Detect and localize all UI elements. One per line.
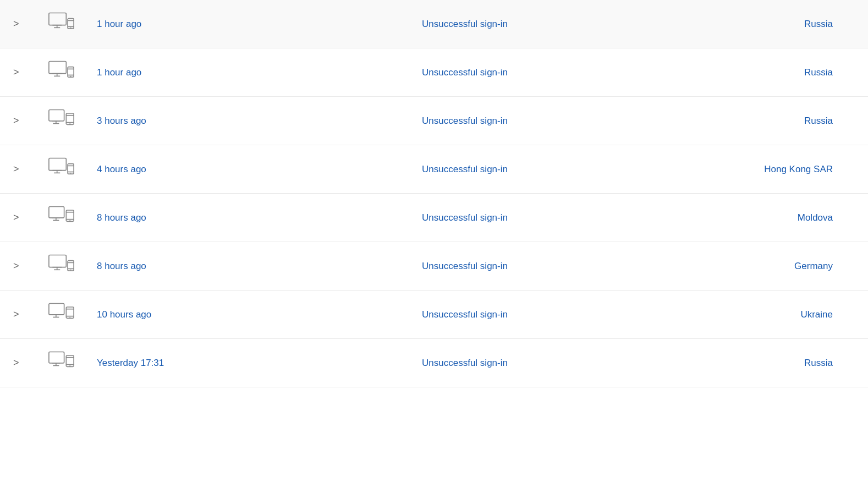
svg-point-23 (69, 123, 70, 124)
table-row[interactable]: > 1 hour ago Unsuccessful sign-in Russia (0, 0, 868, 48)
svg-rect-8 (49, 61, 66, 73)
device-icon-col (40, 206, 84, 230)
svg-rect-48 (49, 303, 64, 314)
event-cell: Unsuccessful sign-in (342, 67, 587, 78)
table-row[interactable]: > 1 hour ago Unsuccessful sign-in Russia (0, 48, 868, 97)
svg-rect-4 (68, 18, 74, 28)
time-cell: Yesterday 17:31 (84, 358, 342, 369)
location-cell: Russia (587, 116, 855, 127)
chevron-right-icon: > (13, 18, 19, 30)
svg-rect-16 (49, 109, 64, 121)
device-icon-col (40, 303, 84, 327)
device-icon (48, 61, 75, 85)
expand-chevron[interactable]: > (13, 309, 40, 320)
activity-list: > 1 hour ago Unsuccessful sign-in Russia (0, 0, 868, 387)
table-row[interactable]: > 10 hours ago Unsuccessful sign-in Ukra… (0, 291, 868, 339)
device-icon-col (40, 61, 84, 85)
device-icon-col (40, 109, 84, 133)
device-icon (48, 206, 75, 230)
svg-rect-12 (68, 67, 74, 76)
time-cell: 1 hour ago (84, 19, 342, 30)
expand-chevron[interactable]: > (13, 163, 40, 175)
device-icon-col (40, 157, 84, 182)
table-row[interactable]: > Yesterday 17:31 Unsuccessful sign-in R… (0, 339, 868, 387)
svg-point-31 (70, 172, 72, 173)
event-cell: Unsuccessful sign-in (342, 358, 587, 369)
chevron-right-icon: > (13, 212, 19, 223)
event-cell: Unsuccessful sign-in (342, 309, 587, 320)
chevron-right-icon: > (13, 309, 19, 320)
expand-chevron[interactable]: > (13, 67, 40, 78)
svg-point-55 (69, 317, 70, 318)
location-cell: Russia (587, 358, 855, 369)
event-cell: Unsuccessful sign-in (342, 19, 587, 30)
chevron-right-icon: > (13, 115, 19, 127)
table-row[interactable]: > 8 hours ago Unsuccessful sign-in Germa… (0, 242, 868, 291)
expand-chevron[interactable]: > (13, 212, 40, 223)
time-cell: 8 hours ago (84, 212, 342, 223)
svg-point-63 (69, 365, 70, 366)
svg-point-47 (70, 269, 72, 270)
device-icon-col (40, 351, 84, 375)
event-cell: Unsuccessful sign-in (342, 212, 587, 223)
device-icon (48, 254, 75, 278)
svg-rect-56 (49, 352, 64, 363)
device-icon (48, 157, 75, 182)
event-cell: Unsuccessful sign-in (342, 164, 587, 175)
event-cell: Unsuccessful sign-in (342, 116, 587, 127)
expand-chevron[interactable]: > (13, 115, 40, 127)
svg-rect-28 (68, 163, 74, 173)
expand-chevron[interactable]: > (13, 357, 40, 369)
location-cell: Germany (587, 261, 855, 272)
location-cell: Ukraine (587, 309, 855, 320)
svg-point-15 (70, 75, 72, 76)
expand-chevron[interactable]: > (13, 260, 40, 272)
svg-point-7 (70, 27, 72, 28)
time-cell: 4 hours ago (84, 164, 342, 175)
location-cell: Russia (587, 19, 855, 30)
svg-rect-0 (49, 13, 66, 25)
table-row[interactable]: > 3 hours ago Unsuccessful sign-in Russi… (0, 97, 868, 145)
device-icon (48, 303, 75, 327)
expand-chevron[interactable]: > (13, 18, 40, 30)
svg-rect-40 (49, 255, 66, 267)
device-icon-col (40, 12, 84, 36)
location-cell: Russia (587, 67, 855, 78)
table-row[interactable]: > 8 hours ago Unsuccessful sign-in Moldo… (0, 194, 868, 242)
time-cell: 3 hours ago (84, 116, 342, 127)
location-cell: Hong Kong SAR (587, 164, 855, 175)
device-icon-col (40, 254, 84, 278)
chevron-right-icon: > (13, 163, 19, 175)
time-cell: 10 hours ago (84, 309, 342, 320)
device-icon (48, 351, 75, 375)
svg-rect-44 (68, 260, 74, 270)
chevron-right-icon: > (13, 357, 19, 369)
device-icon (48, 12, 75, 36)
time-cell: 8 hours ago (84, 261, 342, 272)
chevron-right-icon: > (13, 260, 19, 272)
svg-rect-24 (49, 158, 66, 170)
time-cell: 1 hour ago (84, 67, 342, 78)
device-icon (48, 109, 75, 133)
location-cell: Moldova (587, 212, 855, 223)
table-row[interactable]: > 4 hours ago Unsuccessful sign-in Hong … (0, 145, 868, 194)
event-cell: Unsuccessful sign-in (342, 261, 587, 272)
svg-point-39 (69, 220, 70, 221)
chevron-right-icon: > (13, 67, 19, 78)
svg-rect-32 (49, 206, 64, 217)
